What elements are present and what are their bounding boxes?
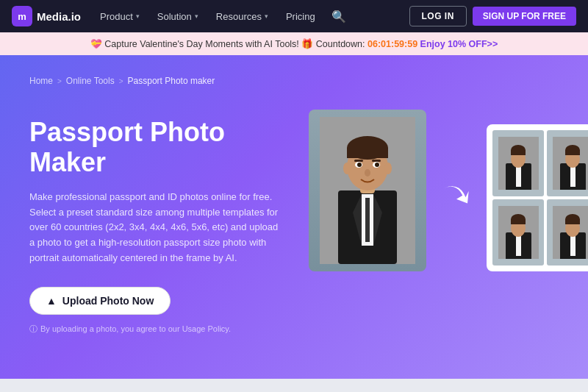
hero-section: Home > Online Tools > Passport Photo mak… xyxy=(0,55,588,379)
breadcrumb-home[interactable]: Home xyxy=(29,76,53,86)
banner-discount-link[interactable]: Enjoy 10% OFF>> xyxy=(420,39,498,49)
grid-photo-1 xyxy=(492,130,544,196)
grid-photo-4 xyxy=(547,199,588,266)
banner-text: Capture Valentine's Day Moments with AI … xyxy=(104,39,299,49)
nav-item-pricing[interactable]: Pricing xyxy=(279,0,323,32)
svg-rect-17 xyxy=(372,160,381,162)
chevron-down-icon: ▾ xyxy=(136,13,140,20)
breadcrumb-current: Passport Photo maker xyxy=(128,76,215,86)
svg-point-11 xyxy=(384,163,392,174)
bottom-section xyxy=(0,379,588,392)
logo-icon: m xyxy=(12,6,32,26)
nav-pricing-label: Pricing xyxy=(286,11,315,22)
upload-icon: ▲ xyxy=(46,295,57,307)
svg-rect-21 xyxy=(516,165,521,187)
breadcrumb-sep-2: > xyxy=(119,77,123,85)
breadcrumb-online-tools[interactable]: Online Tools xyxy=(66,76,115,86)
hero-left-panel: Passport Photo Maker Make professional p… xyxy=(29,110,309,335)
svg-point-10 xyxy=(343,163,351,174)
nav-resources-label: Resources xyxy=(216,11,262,22)
page-title: Passport Photo Maker xyxy=(29,117,309,178)
svg-rect-16 xyxy=(354,160,363,162)
disclaimer-text: By uploading a photo, you agree to our U… xyxy=(40,324,231,333)
main-passport-photo xyxy=(309,110,426,271)
svg-point-14 xyxy=(357,163,362,167)
login-button[interactable]: LOG IN xyxy=(409,6,467,26)
svg-point-18 xyxy=(365,169,370,177)
grid-photo-2 xyxy=(547,130,588,196)
nav-actions: LOG IN SIGN UP FOR FREE xyxy=(409,6,576,26)
grid-photo-3 xyxy=(492,199,544,266)
breadcrumb-sep-1: > xyxy=(57,77,62,85)
upload-button[interactable]: ▲ Upload Photo Now xyxy=(29,287,171,315)
navbar: m Media.io Product ▾ Solution ▾ Resource… xyxy=(0,0,588,32)
nav-product-label: Product xyxy=(100,11,133,22)
nav-item-solution[interactable]: Solution ▾ xyxy=(150,0,206,32)
info-icon: ⓘ xyxy=(29,324,37,335)
svg-rect-24 xyxy=(511,150,526,155)
svg-rect-30 xyxy=(565,150,580,155)
hero-description: Make professional passport and ID photos… xyxy=(29,190,279,266)
chevron-down-icon: ▾ xyxy=(265,13,268,20)
banner-heart-emoji: 💝 xyxy=(90,39,102,49)
logo-link[interactable]: m Media.io xyxy=(12,6,81,26)
person-silhouette xyxy=(320,117,415,264)
signup-button[interactable]: SIGN UP FOR FREE xyxy=(473,7,576,26)
chevron-down-icon: ▾ xyxy=(195,13,198,20)
promo-banner: 💝 Capture Valentine's Day Moments with A… xyxy=(0,32,588,55)
svg-rect-27 xyxy=(570,165,576,187)
banner-countdown-label: Countdown: xyxy=(316,39,365,49)
banner-gift-emoji: 🎁 xyxy=(301,39,313,49)
passport-photo-grid xyxy=(487,124,588,271)
svg-rect-3 xyxy=(365,198,370,242)
search-icon[interactable]: 🔍 xyxy=(326,10,352,24)
hero-content: Passport Photo Maker Make professional p… xyxy=(29,110,559,335)
upload-button-label: Upload Photo Now xyxy=(62,295,154,307)
arrow-container xyxy=(438,176,475,271)
svg-rect-9 xyxy=(347,148,388,158)
svg-rect-33 xyxy=(516,234,521,256)
arrow-icon xyxy=(438,176,475,213)
hero-images xyxy=(309,110,588,271)
nav-solution-label: Solution xyxy=(157,11,192,22)
breadcrumb: Home > Online Tools > Passport Photo mak… xyxy=(29,76,559,86)
svg-rect-39 xyxy=(570,234,576,256)
svg-point-15 xyxy=(375,163,379,167)
svg-rect-36 xyxy=(511,219,526,224)
banner-countdown-value: 06:01:59:59 xyxy=(368,39,417,49)
logo-text: Media.io xyxy=(37,10,81,23)
nav-item-resources[interactable]: Resources ▾ xyxy=(209,0,276,32)
nav-item-product[interactable]: Product ▾ xyxy=(93,0,147,32)
svg-rect-42 xyxy=(565,219,580,224)
